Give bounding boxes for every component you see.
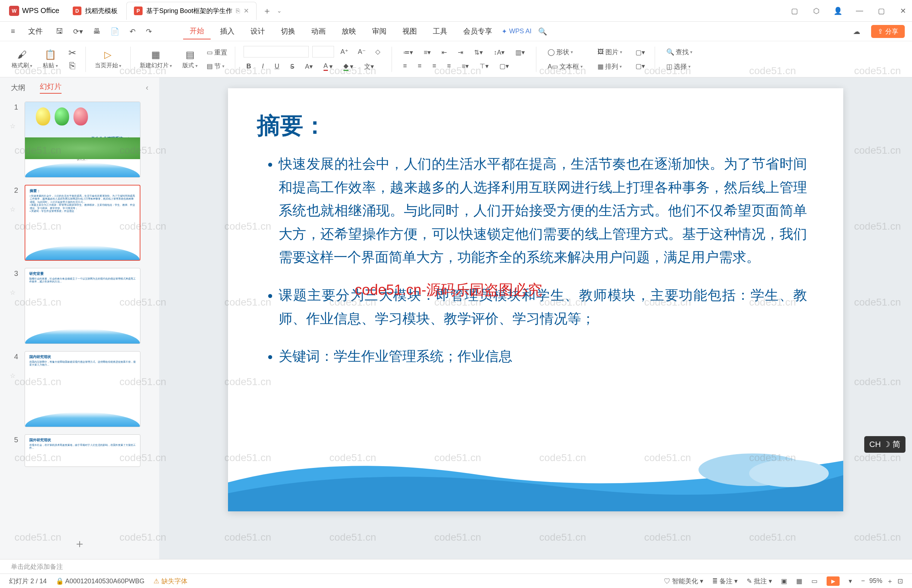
menu-insert[interactable]: 插入 — [214, 24, 241, 39]
current-slide[interactable]: 摘要： 快速发展的社会中，人们的生活水平都在提高，生活节奏也在逐渐加快。为了节省… — [228, 88, 843, 511]
font-selector[interactable] — [243, 46, 309, 58]
new-slide-button[interactable]: ▦新建幻灯片 — [135, 49, 176, 69]
slide-thumb-4[interactable]: 4☆ 国内研究现状 在国内互联网中，有像大佬帮助国家建设现代信息管理方式。这些网… — [7, 351, 152, 427]
fill-button[interactable]: ▢▾ — [633, 47, 648, 58]
underline-button[interactable]: U — [272, 61, 282, 72]
align-right-button[interactable]: ≡ — [429, 61, 439, 72]
slide-body[interactable]: 快速发展的社会中，人们的生活水平都在提高，生活节奏也在逐渐加快。为了节省时间和提… — [228, 152, 843, 368]
arrange-button[interactable]: ▦排列 — [595, 61, 625, 72]
zoom-out-button[interactable]: − — [861, 577, 865, 585]
select-button[interactable]: ◫选择 — [663, 61, 695, 72]
star-icon[interactable]: ☆ — [10, 289, 16, 297]
more-paragraph-button[interactable]: ▢▾ — [497, 61, 512, 72]
avatar-icon[interactable]: 👤 — [833, 5, 843, 16]
undo-icon[interactable]: ↶ — [126, 25, 139, 38]
refresh-icon[interactable]: ⟳▾ — [70, 25, 86, 38]
menu-tools[interactable]: 工具 — [426, 24, 454, 39]
play-from-current-button[interactable]: ▷当页开始 — [91, 49, 126, 69]
columns-button[interactable]: ▥▾ — [512, 47, 528, 58]
reset-button[interactable]: ▭重置 — [204, 47, 230, 58]
missing-font-warning[interactable]: ⚠缺失字体 — [154, 577, 188, 585]
slide-bullet-3[interactable]: 关键词：学生作业管理系统；作业信息 — [279, 345, 807, 368]
collapse-panel-icon[interactable]: ‹ — [146, 83, 148, 92]
slide-thumb-3[interactable]: 3☆ 研究背景 随着社会的发展，社会的各行各业都建立了一个以互联网为主的现代化的… — [7, 268, 152, 344]
italic-button[interactable]: I — [259, 61, 267, 72]
menu-icon[interactable]: ≡ — [7, 25, 19, 37]
slide-bullet-1[interactable]: 快速发展的社会中，人们的生活水平都在提高，生活节奏也在逐渐加快。为了节省时间和提… — [279, 152, 807, 269]
menu-file[interactable]: 文件 — [22, 24, 49, 39]
smart-beautify-button[interactable]: ♡ 智能美化 ▾ — [664, 577, 703, 585]
slide-thumb-1[interactable]: 1☆ 学生作业管理系统ppt 指导老师：设计人： — [7, 102, 152, 178]
distribute-button[interactable]: ≡▾ — [459, 61, 472, 72]
close-icon[interactable]: ✕ — [243, 7, 249, 15]
fill-color-button[interactable]: ◆▾ — [340, 60, 356, 72]
layout-button[interactable]: ▤版式 — [178, 49, 202, 69]
increase-font-button[interactable]: A⁺ — [338, 46, 352, 57]
preview-icon[interactable]: 📄 — [107, 25, 123, 38]
slide-canvas-area[interactable]: 摘要： 快速发展的社会中，人们的生活水平都在提高，生活节奏也在逐渐加快。为了节省… — [159, 78, 912, 559]
menu-member[interactable]: 会员专享 — [457, 24, 499, 39]
menu-animation[interactable]: 动画 — [305, 24, 332, 39]
align-justify-button[interactable]: ≡ — [444, 61, 454, 72]
paste-button[interactable]: 📋粘贴 — [38, 49, 62, 69]
redo-icon[interactable]: ↷ — [142, 25, 156, 38]
slide-bullet-2[interactable]: 课题主要分为三大模块：即管理员模块和学生、教师模块，主要功能包括：学生、教师、作… — [279, 284, 807, 330]
star-icon[interactable]: ☆ — [10, 205, 16, 213]
bold-button[interactable]: B — [243, 61, 254, 72]
maximize-button[interactable]: ▢ — [876, 5, 887, 16]
menu-transition[interactable]: 切换 — [274, 24, 302, 39]
notes-bar[interactable]: 单击此处添加备注 — [0, 559, 912, 573]
decrease-font-button[interactable]: A⁻ — [355, 46, 369, 57]
print-icon[interactable]: 🖶 — [89, 25, 104, 37]
highlight-button[interactable]: A▾ — [302, 61, 316, 72]
menu-slideshow[interactable]: 放映 — [335, 24, 363, 39]
share-button[interactable]: ⇪分享 — [871, 25, 905, 38]
pinyin-button[interactable]: 文▾ — [361, 61, 377, 72]
tab-templates[interactable]: D 找稻壳模板 — [65, 2, 125, 20]
find-button[interactable]: 🔍查找 — [663, 46, 695, 58]
slides-tab[interactable]: 幻灯片 — [40, 82, 62, 94]
star-icon[interactable]: ☆ — [10, 372, 16, 380]
pin-icon[interactable]: ⎘ — [236, 7, 240, 15]
layout-icon[interactable]: ▢ — [789, 5, 800, 16]
format-brush-button[interactable]: 🖌格式刷 — [7, 49, 37, 69]
add-slide-button[interactable]: ＋ — [0, 529, 159, 559]
reading-view-icon[interactable]: ▭ — [812, 577, 818, 585]
align-top-button[interactable]: ⊤▾ — [476, 61, 491, 72]
search-icon[interactable]: 🔍 — [535, 25, 551, 38]
indent-dec-button[interactable]: ⇤ — [439, 47, 450, 58]
line-spacing-button[interactable]: ⇅▾ — [471, 47, 486, 58]
fit-window-button[interactable]: ⊡ — [897, 577, 903, 585]
cloud-icon[interactable]: ☁ — [849, 25, 864, 38]
slide-thumb-5[interactable]: 5 国外研究现状 在现今社会，在计算机技术高速发展地，由于早期对于人们生活的影响… — [7, 434, 152, 467]
close-button[interactable]: ✕ — [897, 5, 909, 16]
zoom-in-button[interactable]: ＋ — [887, 577, 893, 585]
textbox-button[interactable]: A▭文本框 — [545, 61, 586, 72]
new-tab-button[interactable]: ＋ — [257, 5, 277, 17]
strikethrough-button[interactable]: S̶ — [287, 61, 297, 72]
save-icon[interactable]: 🖫 — [52, 25, 66, 37]
text-direction-button[interactable]: ↕A▾ — [491, 47, 507, 58]
sorter-view-icon[interactable]: ▦ — [796, 577, 802, 585]
star-icon[interactable]: ☆ — [10, 122, 16, 130]
tab-document[interactable]: P 基于Spring Boot框架的学生作 ⎘ ✕ — [126, 2, 257, 20]
menu-start[interactable]: 开始 — [183, 23, 211, 39]
slides-list[interactable]: 1☆ 学生作业管理系统ppt 指导老师：设计人： 2☆ 摘要： • 快速发展的社… — [0, 98, 159, 529]
numbering-button[interactable]: ≡▾ — [421, 47, 434, 58]
section-button[interactable]: ▤节 — [204, 60, 230, 72]
font-color-button[interactable]: A▾ — [321, 61, 335, 72]
image-button[interactable]: 🖼图片 — [595, 46, 625, 58]
menu-design[interactable]: 设计 — [244, 24, 271, 39]
indent-inc-button[interactable]: ⇥ — [455, 47, 466, 58]
slide-title[interactable]: 摘要： — [228, 88, 843, 152]
tab-menu-dropdown[interactable]: ⌄ — [277, 7, 282, 14]
slide-thumb-2[interactable]: 2☆ 摘要： • 快速发展的社会中，人们的生活水平都在提高，生活节奏也在逐渐加快… — [7, 185, 152, 261]
menu-review[interactable]: 审阅 — [366, 24, 393, 39]
menu-view[interactable]: 视图 — [396, 24, 423, 39]
align-center-button[interactable]: ≡ — [415, 61, 424, 72]
play-dropdown[interactable]: ▾ — [849, 577, 852, 585]
normal-view-icon[interactable]: ▣ — [781, 577, 787, 585]
outline-button[interactable]: ▢▾ — [633, 61, 648, 72]
cube-icon[interactable]: ⬡ — [811, 5, 821, 16]
comments-toggle[interactable]: ✎ 批注 ▾ — [747, 577, 772, 585]
